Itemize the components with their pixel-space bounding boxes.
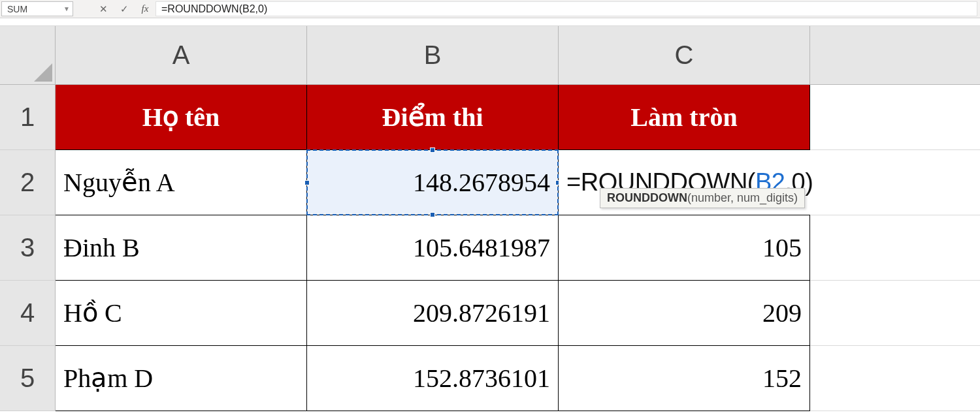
- tooltip-function-name: ROUNDDOWN: [607, 191, 687, 204]
- name-box-dropdown-icon[interactable]: ▼: [63, 5, 70, 12]
- cell-D3[interactable]: [810, 215, 980, 281]
- function-tooltip: ROUNDDOWN(number, num_digits): [600, 188, 805, 208]
- row-header-5[interactable]: 5: [0, 346, 56, 411]
- cell-B1[interactable]: Điểm thi: [307, 85, 559, 150]
- cell-D4[interactable]: [810, 281, 980, 346]
- spreadsheet-grid: A B C 1 Họ tên Điểm thi Làm tròn 2 Nguyễ…: [0, 26, 980, 411]
- row-header-1[interactable]: 1: [0, 85, 56, 150]
- cell-B2[interactable]: 148.2678954: [307, 150, 559, 215]
- name-box[interactable]: SUM ▼: [1, 1, 73, 16]
- name-box-value: SUM: [7, 4, 27, 14]
- cell-D1[interactable]: [810, 85, 980, 150]
- selection-handle-icon: [430, 212, 435, 217]
- cell-A4[interactable]: Hồ C: [56, 281, 307, 346]
- formula-bar: SUM ▼ ✕ ✓ fx =ROUNDDOWN(B2,0): [0, 0, 980, 18]
- cell-A1[interactable]: Họ tên: [56, 85, 307, 150]
- cell-D2[interactable]: [810, 150, 980, 215]
- selection-handle-icon: [304, 180, 310, 185]
- row-header-4[interactable]: 4: [0, 281, 56, 346]
- column-header-B[interactable]: B: [307, 26, 559, 85]
- cell-B4[interactable]: 209.8726191: [307, 281, 559, 346]
- cell-C1[interactable]: Làm tròn: [559, 85, 810, 150]
- insert-function-icon[interactable]: fx: [135, 0, 155, 18]
- formula-text: =ROUNDDOWN(B2,0): [161, 3, 267, 15]
- cell-A5[interactable]: Phạm D: [56, 346, 307, 411]
- cell-B5[interactable]: 152.8736101: [307, 346, 559, 411]
- column-header-empty: [810, 26, 980, 85]
- cell-A2[interactable]: Nguyễn A: [56, 150, 307, 215]
- tooltip-args: (number, num_digits): [687, 191, 798, 204]
- cell-B2-value: 148.2678954: [413, 167, 550, 198]
- column-header-A[interactable]: A: [56, 26, 307, 85]
- cell-B3[interactable]: 105.6481987: [307, 215, 559, 281]
- formula-input[interactable]: =ROUNDDOWN(B2,0): [155, 1, 977, 16]
- selection-handle-icon: [430, 147, 435, 153]
- cancel-icon[interactable]: ✕: [93, 0, 114, 18]
- row-header-3[interactable]: 3: [0, 215, 56, 281]
- enter-icon[interactable]: ✓: [114, 0, 135, 18]
- cell-D5[interactable]: [810, 346, 980, 411]
- row-header-2[interactable]: 2: [0, 150, 56, 215]
- select-all-corner[interactable]: [0, 26, 56, 85]
- cell-C3[interactable]: 105: [559, 215, 810, 281]
- column-header-C[interactable]: C: [559, 26, 810, 85]
- cell-C4[interactable]: 209: [559, 281, 810, 346]
- formula-bar-spacer: [73, 0, 93, 18]
- cell-A3[interactable]: Đinh B: [56, 215, 307, 281]
- cell-C5[interactable]: 152: [559, 346, 810, 411]
- spacer: [0, 18, 980, 26]
